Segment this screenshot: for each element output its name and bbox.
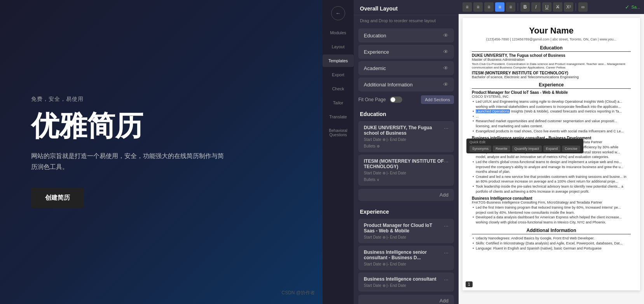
exp-pm: Product Manager for Cloud IoT Saas - Web… [472, 90, 631, 134]
left-panel: 免费，安全，易使用 优雅简历 网站的宗旨就是打造一个易使用，安全，功能强大的在线… [0, 0, 323, 304]
tb-superscript[interactable]: X² [564, 2, 573, 12]
concise-button[interactable]: Concise [562, 146, 580, 152]
sidebar-item-export[interactable]: Export [323, 69, 354, 81]
education-entry-itesm: ITESM (MONTERREY INSTITUTE OF TECHNOLOGY… [358, 155, 454, 186]
resume-contact: (123)456-7890 | 123456789@gsmiil.com | a… [472, 37, 631, 41]
tb-align-left[interactable]: ≡ [462, 2, 472, 12]
tb-align-right[interactable]: ≡ [484, 2, 494, 12]
page-indicator: 1 [466, 281, 473, 287]
additional-title: Additional Information [472, 228, 631, 234]
experience-entry-bi-senior: Business Intelligence senior consultant … [358, 246, 454, 270]
tb-strikethrough[interactable]: X [553, 2, 562, 12]
create-resume-button[interactable]: 创建简历 [31, 188, 84, 208]
save-indicator: ✓ Sa... [625, 4, 640, 10]
experience-entry-pm: Product Manager for Cloud IoT Saas - Web… [358, 219, 454, 243]
education-section-title: Education [354, 106, 459, 119]
subtitle-text: 网站的宗旨就是打造一个易使用，安全，功能强大的在线简历制作与简历润色工具。 [31, 151, 225, 172]
fit-one-page-toggle[interactable] [390, 97, 402, 103]
education-title: Education [472, 45, 631, 52]
editor-subheader: Drag and Drop to reorder resume layout [354, 15, 459, 26]
add-sections-button[interactable]: Add Sections [421, 95, 454, 104]
resume-content: Your Name (123)456-7890 | 123456789@gsmi… [462, 18, 640, 290]
quick-edit-label: Quick Edit [469, 140, 580, 144]
tb-italic[interactable]: I [531, 2, 541, 12]
toolbar-divider-1 [518, 3, 518, 11]
pm-menu-icon[interactable]: ··· [444, 223, 449, 229]
quick-edit-popup: Quick Edit Synonyms Rewrite Quantify Imp… [466, 139, 583, 153]
tb-align-justify[interactable]: ≡ [495, 2, 504, 12]
experience-section-title: Experience [354, 204, 459, 216]
edu-itesm: ITESM (MONTERREY INSTITUTE OF TECHNOLOGY… [472, 71, 631, 79]
duke-menu-icon[interactable]: ··· [444, 125, 449, 131]
watermark: CSDN @协作者 [281, 290, 315, 296]
eye-icon-experience[interactable]: 👁 [443, 49, 449, 55]
main-title: 优雅简历 [31, 111, 291, 141]
resume-name: Your Name [472, 26, 631, 36]
right-panel: ← Modules Layout Templates Export Check … [323, 0, 644, 304]
eye-icon-additional[interactable]: 👁 [443, 81, 449, 88]
rewrite-button[interactable]: Rewrite [493, 146, 510, 152]
sidebar-item-tailor[interactable]: Tailor [323, 97, 354, 109]
section-experience[interactable]: Experience 👁 [358, 45, 454, 59]
back-button[interactable]: ← [331, 6, 345, 20]
sidebar-item-modules[interactable]: Modules [323, 26, 354, 39]
tb-link[interactable]: ∞ [578, 2, 588, 12]
fit-label: Fit One Page [358, 97, 386, 102]
sidebar-item-templates[interactable]: Templates [323, 54, 354, 67]
itesm-menu-icon[interactable]: ··· [444, 158, 449, 165]
sidebar-nav: ← Modules Layout Templates Export Check … [323, 0, 354, 304]
tb-list[interactable]: ≡ [506, 2, 515, 12]
layout-editor: Overall Layout Drag and Drop to reorder … [354, 0, 459, 304]
bi-menu-icon[interactable]: ··· [444, 276, 449, 283]
check-icon: ✓ [625, 4, 630, 10]
synonyms-button[interactable]: Synonyms [469, 146, 491, 152]
exp-bi: Business Intelligence consultant FAKTOS-… [472, 196, 631, 225]
toolbar: ≡ ≡ ≡ ≡ ≡ B I U X X² ∞ ✓ Sa... [459, 0, 644, 14]
expand-button[interactable]: Expand [543, 146, 561, 152]
editor-header: Overall Layout [354, 0, 459, 15]
fit-one-page-row: Fit One Page Add Sections [358, 95, 454, 104]
sidebar-item-behavioral[interactable]: Behavioral Questions [323, 125, 354, 141]
save-label: Sa... [631, 5, 640, 9]
bi-senior-menu-icon[interactable]: ··· [444, 250, 449, 256]
tb-underline[interactable]: U [542, 2, 552, 12]
experience-entry-bi: Business Intelligence consultant ··· Sta… [358, 272, 454, 292]
edu-duke: DUKE UNIVERSITY, The Fugua school of Bus… [472, 53, 631, 69]
sidebar-item-layout[interactable]: Layout [323, 40, 354, 53]
tb-bold[interactable]: B [520, 2, 530, 12]
section-additional[interactable]: Additional Information 👁 [358, 77, 454, 91]
experience-title: Experience [472, 82, 631, 89]
education-entry-duke: DUKE UNIVERSITY, The Fugua school of Bus… [358, 121, 454, 152]
resume-preview: ≡ ≡ ≡ ≡ ≡ B I U X X² ∞ ✓ Sa... Your Name… [459, 0, 644, 304]
sidebar-item-check[interactable]: Check [323, 83, 354, 95]
section-academic[interactable]: Academic 👁 [358, 61, 454, 75]
add-education-button[interactable]: Add [358, 189, 454, 201]
badge-text: 免费，安全，易使用 [31, 96, 291, 103]
sidebar-item-translate[interactable]: Translate [323, 111, 354, 123]
add-experience-button[interactable]: Add [358, 295, 454, 304]
eye-icon-education[interactable]: 👁 [443, 32, 449, 39]
quick-edit-actions: Synonyms Rewrite Quantify Impact Expand … [469, 146, 580, 152]
quantify-impact-button[interactable]: Quantify Impact [512, 146, 542, 152]
toolbar-divider-2 [576, 3, 576, 11]
eye-icon-academic[interactable]: 👁 [443, 65, 449, 71]
section-education[interactable]: Education 👁 [358, 28, 454, 42]
tb-align-center[interactable]: ≡ [473, 2, 483, 12]
